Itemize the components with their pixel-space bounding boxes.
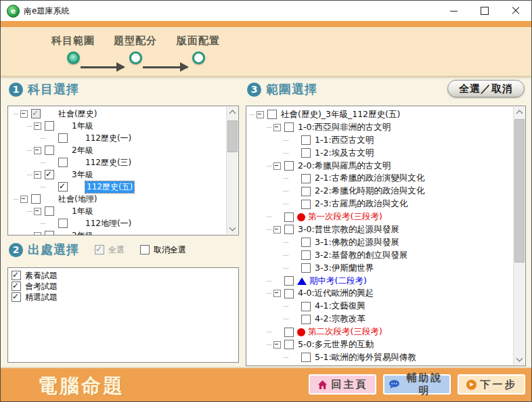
- tree-node-label[interactable]: 112歷史(一): [85, 133, 131, 144]
- checkbox[interactable]: [301, 200, 311, 209]
- checkbox[interactable]: [58, 158, 68, 167]
- expand-toggle-icon[interactable]: [34, 232, 41, 236]
- tree-row[interactable]: 3-2:基督教的創立與發展: [248, 249, 513, 262]
- expand-toggle-icon[interactable]: [273, 341, 281, 349]
- tree-row[interactable]: 2-0:希臘與羅馬的古文明: [248, 160, 513, 173]
- tree-node-label[interactable]: 2年級: [72, 145, 93, 156]
- tree-row[interactable]: 2年級: [11, 229, 226, 236]
- scroll-up-button[interactable]: [227, 107, 238, 118]
- checkbox[interactable]: [301, 238, 311, 247]
- expand-toggle-icon[interactable]: [34, 147, 41, 154]
- next-step-button[interactable]: 下一步: [458, 374, 525, 395]
- tree-node-label[interactable]: 3-0:普世宗教的起源與發展: [298, 224, 399, 236]
- source-list-item[interactable]: 素養試題: [8, 270, 238, 281]
- maximize-button[interactable]: [469, 1, 500, 21]
- range-tree-scrollbar[interactable]: [513, 107, 525, 365]
- expand-toggle-icon[interactable]: [20, 110, 28, 118]
- tree-node-label[interactable]: 2-3:古羅馬的政治與文化: [315, 198, 407, 210]
- tree-node-label[interactable]: 4-2:宗教改革: [315, 313, 365, 325]
- close-button[interactable]: [500, 1, 531, 21]
- checkbox[interactable]: [45, 231, 54, 236]
- expand-toggle-icon[interactable]: [273, 290, 281, 297]
- scrollbar-thumb[interactable]: [227, 120, 238, 152]
- tree-row[interactable]: 3-3:伊斯蘭世界: [248, 262, 513, 275]
- checkbox[interactable]: [301, 174, 311, 183]
- tree-node-label[interactable]: 社會(歷史)_3年級_112歷史(五): [281, 109, 400, 120]
- tree-node-label[interactable]: 5-1:歐洲的海外貿易與傳教: [315, 352, 416, 363]
- checkbox[interactable]: [284, 340, 294, 349]
- tree-row[interactable]: 期中考(二段考): [248, 275, 513, 288]
- checkbox[interactable]: [301, 315, 311, 324]
- checkbox[interactable]: [284, 225, 294, 234]
- tree-row[interactable]: 1年級: [11, 205, 226, 217]
- select-all-toggle-button[interactable]: 全選／取消: [447, 80, 525, 97]
- expand-toggle-icon[interactable]: [257, 111, 264, 118]
- help-button[interactable]: 輔助說明: [383, 374, 451, 395]
- tree-node-label[interactable]: 1-2:埃及古文明: [315, 148, 374, 159]
- checkbox[interactable]: [301, 302, 311, 311]
- tree-row[interactable]: 3年級: [11, 169, 226, 181]
- tree-row[interactable]: 1年級: [11, 120, 226, 132]
- checkbox[interactable]: [45, 146, 54, 155]
- checkbox[interactable]: [284, 161, 294, 171]
- tree-node-label[interactable]: 社會(歷史): [58, 108, 97, 120]
- tree-row[interactable]: 2年級: [11, 144, 226, 156]
- checkbox[interactable]: [301, 353, 311, 362]
- tree-row[interactable]: 1-0:西亞與非洲的古文明: [248, 121, 513, 134]
- tree-node-label[interactable]: 1年級: [72, 206, 93, 217]
- home-button[interactable]: 回主頁: [309, 374, 376, 395]
- checkbox[interactable]: [12, 282, 21, 291]
- tree-node-label[interactable]: 3年級: [72, 169, 93, 181]
- expand-toggle-icon[interactable]: [273, 226, 281, 233]
- checkbox[interactable]: [31, 109, 41, 118]
- checkbox[interactable]: [301, 187, 311, 196]
- checkbox[interactable]: [284, 276, 294, 286]
- tree-row[interactable]: 社會(歷史): [11, 108, 226, 120]
- tree-node-label[interactable]: 4-1:文藝復興: [315, 300, 365, 312]
- tree-node-label[interactable]: 1年級: [72, 120, 93, 132]
- tree-node-label[interactable]: 第二次段考(三段考): [308, 326, 382, 338]
- tree-node-label[interactable]: 5-0:多元世界的互動: [298, 339, 374, 351]
- checkbox[interactable]: [267, 110, 277, 119]
- tree-node-label[interactable]: 期中考(二段考): [309, 275, 367, 287]
- expand-toggle-icon[interactable]: [273, 124, 281, 131]
- tree-row[interactable]: 第二次段考(三段考): [248, 326, 513, 338]
- tree-node-label[interactable]: 4-0:近代歐洲的興起: [298, 288, 374, 299]
- tree-node-label[interactable]: 1-0:西亞與非洲的古文明: [298, 122, 391, 133]
- checkbox[interactable]: [284, 122, 294, 132]
- expand-toggle-icon[interactable]: [34, 171, 41, 179]
- tree-row[interactable]: 5-0:多元世界的互動: [248, 338, 513, 351]
- checkbox[interactable]: [301, 135, 311, 145]
- checkbox[interactable]: [31, 194, 41, 204]
- tree-row[interactable]: 社會(地理): [11, 193, 226, 205]
- expand-toggle-icon[interactable]: [34, 122, 41, 130]
- checkbox[interactable]: [12, 292, 21, 302]
- tree-node-label[interactable]: 3-3:伊斯蘭世界: [315, 263, 374, 274]
- checkbox[interactable]: [45, 170, 54, 179]
- tree-node-label[interactable]: 2-0:希臘與羅馬的古文明: [298, 160, 391, 172]
- tree-row[interactable]: 第一次段考(三段考): [248, 210, 513, 223]
- checkbox[interactable]: [301, 263, 311, 273]
- checkbox[interactable]: [301, 148, 311, 158]
- scroll-up-button[interactable]: [514, 107, 525, 118]
- checkbox[interactable]: [284, 328, 294, 337]
- expand-toggle-icon[interactable]: [34, 208, 41, 215]
- checkbox[interactable]: [284, 289, 294, 298]
- checkbox[interactable]: [45, 206, 54, 216]
- tree-row[interactable]: 112歷史(三): [11, 156, 226, 169]
- tree-row[interactable]: 1-1:西亞古文明: [248, 134, 513, 147]
- source-list-item[interactable]: 會考試題: [8, 281, 238, 292]
- tree-row[interactable]: 112歷史(五): [11, 181, 226, 193]
- tree-node-label[interactable]: 2年級: [72, 230, 93, 236]
- tree-row[interactable]: 4-2:宗教改革: [248, 313, 513, 326]
- checkbox[interactable]: [58, 182, 68, 192]
- tree-row[interactable]: 5-1:歐洲的海外貿易與傳教: [248, 351, 513, 364]
- checkbox[interactable]: [58, 219, 68, 228]
- scrollbar-thumb[interactable]: [514, 119, 525, 263]
- tree-node-label[interactable]: 社會(地理): [58, 194, 97, 205]
- tree-node-label[interactable]: 第一次段考(三段考): [308, 211, 382, 223]
- tree-row[interactable]: 社會(歷史)_3年級_112歷史(五): [248, 108, 513, 121]
- tree-row[interactable]: 4-0:近代歐洲的興起: [248, 287, 513, 300]
- scroll-down-button[interactable]: [227, 223, 238, 234]
- tree-row[interactable]: 2-2:希臘化時期的政治與文化: [248, 185, 513, 198]
